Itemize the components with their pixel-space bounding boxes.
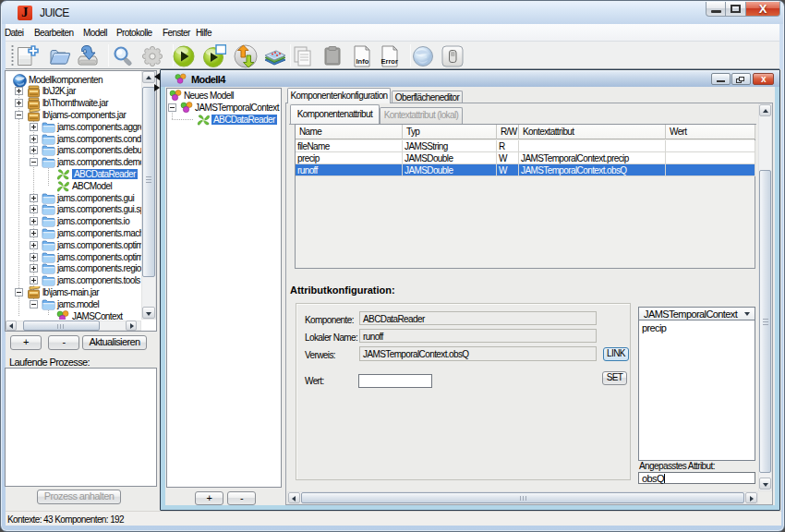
svg-text:Error: Error — [381, 57, 398, 66]
svg-text:Info: Info — [356, 57, 369, 66]
